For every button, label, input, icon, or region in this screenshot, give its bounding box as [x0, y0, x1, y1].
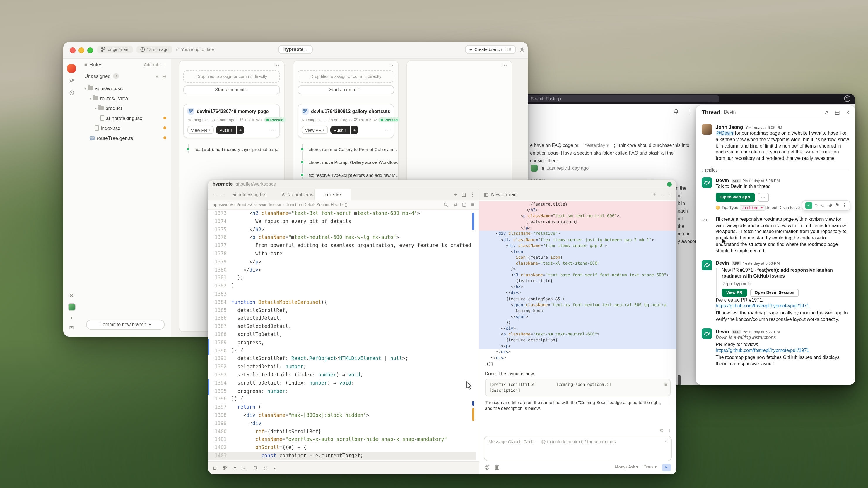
drop-zone[interactable]: Drop files to assign or commit directly	[183, 70, 280, 83]
split-editor-icon[interactable]: ◫	[461, 191, 466, 197]
more-actions-icon[interactable]: ⋮	[842, 203, 847, 208]
terminal-icon[interactable]: >_	[242, 466, 247, 470]
message-timestamp[interactable]: Yesterday at 6:06 PM	[745, 125, 782, 129]
tree-item-apps/web/src[interactable]: ▾apps/web/src	[80, 83, 171, 93]
grid-icon[interactable]: ⊞	[213, 465, 217, 471]
commit-item[interactable]: chore: move Prompt Gallery above Workflo…	[301, 156, 398, 169]
diagnostics-icon[interactable]: ◎	[264, 465, 268, 471]
pr-number[interactable]: PR #1982	[354, 118, 377, 122]
slack-search-input[interactable]: Search Fastrepl	[526, 95, 719, 102]
help-icon[interactable]: ?	[844, 95, 850, 102]
close-thread-icon[interactable]: ×	[846, 109, 849, 115]
breadcrumb-path[interactable]: apps/web/src/routes/_view/index.tsx	[213, 202, 281, 207]
refresh-icon[interactable]: ↻	[660, 428, 663, 433]
panel-menu-icon[interactable]: ∷	[669, 191, 672, 197]
code-line-1395[interactable]: 1395 progress: number;	[208, 387, 475, 395]
outline-icon[interactable]: ▢	[462, 202, 466, 207]
collapse-icon[interactable]: –	[661, 191, 664, 197]
pr-link[interactable]: https://github.com/fastrepl/hyprnote/pul…	[716, 303, 849, 310]
message-author[interactable]: Devin	[716, 328, 729, 334]
new-thread-icon[interactable]: +	[653, 191, 656, 197]
archive-command-chip[interactable]: archive ▾	[740, 205, 765, 211]
slack-scrollbar[interactable]	[678, 375, 681, 385]
assistant-thread-title[interactable]: New Thread	[491, 192, 517, 197]
workspace-branch-selector[interactable]: hyprnote↕	[278, 45, 313, 54]
code-line-1373[interactable]: 1373 <h2 className="text-3xl font-serif …	[208, 209, 475, 218]
statusbar-branch-icon[interactable]	[223, 465, 228, 471]
open-in-channel-icon[interactable]: ↗	[824, 109, 828, 115]
code-line-1397[interactable]: 1397 return (	[208, 403, 475, 412]
view-pr-button[interactable]: View PR ▾	[302, 126, 328, 134]
thread-channel[interactable]: Devin	[724, 109, 736, 115]
tree-item-product[interactable]: ▾product	[80, 103, 171, 113]
lane-menu-icon[interactable]: ⋯	[502, 62, 508, 68]
attach-image-icon[interactable]: ▣	[494, 464, 499, 470]
send-button[interactable]: ▸	[662, 463, 671, 471]
emoji-icon[interactable]: ☺	[820, 203, 825, 208]
push-options-button[interactable]: +	[237, 126, 244, 134]
view-pr-button[interactable]: View PR ▾	[187, 126, 214, 134]
message-timestamp[interactable]: Yesterday at 6:06 PM	[743, 178, 780, 183]
tree-item-ai-notetaking.tsx[interactable]: ai-notetaking.tsx	[80, 113, 171, 123]
chevron-down-icon[interactable]: ▾	[70, 316, 72, 321]
branch-card[interactable]: devin/1764380912-gallery-shortcutsNothin…	[298, 104, 394, 138]
tree-item-routeTree.gen.ts[interactable]: TSrouteTree.gen.ts	[80, 133, 171, 143]
open-web-app-button[interactable]: Open web app	[716, 193, 755, 202]
editor-more-icon[interactable]: ⋮	[470, 191, 475, 197]
drop-zone[interactable]: Drop files to assign or commit directly	[298, 70, 394, 83]
check-icon[interactable]: ✓	[274, 465, 277, 471]
tree-item-routes/_view[interactable]: ▾routes/_view	[80, 93, 171, 103]
nav-forward-icon[interactable]: →	[221, 191, 225, 197]
code-line-1390[interactable]: 1390}: {	[208, 347, 475, 355]
message-author[interactable]: Devin	[716, 260, 729, 265]
code-line-1398[interactable]: 1398 <div className="max-[800px]:block h…	[208, 412, 475, 420]
open-devin-session-button[interactable]: Open Devin Session	[750, 288, 799, 297]
code-line-1376[interactable]: 1376 <p className="■text-neutral-600 max…	[208, 234, 475, 242]
code-line-1388[interactable]: 1388 scrollToDetail,	[208, 331, 475, 339]
commit-item[interactable]: chore: rename Gallery to Prompt Gallery …	[301, 143, 398, 156]
bell-icon[interactable]	[674, 109, 679, 115]
code-line-1394[interactable]: 1394 scrollToDetail: (index: number) ⇒ v…	[208, 379, 475, 387]
copy-icon[interactable]: ▣	[664, 382, 667, 387]
history-icon[interactable]	[69, 90, 74, 96]
pr-number[interactable]: PR #1981	[240, 118, 262, 122]
tab-index-tsx[interactable]: index.tsx	[314, 189, 351, 200]
kebab-menu-icon[interactable]: ⋮	[686, 109, 692, 115]
code-line-1399[interactable]: 1399 <div	[208, 420, 475, 428]
create-branch-button[interactable]: +Create branch⌘B	[465, 45, 516, 54]
commit-to-new-branch-button[interactable]: Commit to new branch+	[86, 320, 164, 330]
tree-view-icon[interactable]: ▤	[162, 73, 166, 79]
ci-status-badge[interactable]: Passed	[265, 117, 286, 122]
editor-settings-icon[interactable]: ≡	[471, 202, 474, 207]
assistant-input-box[interactable]: ⋰	[484, 435, 672, 461]
unassigned-header[interactable]: Unassigned3 ≡▤	[80, 70, 171, 82]
branch-name[interactable]: devin/1764380749-memory-page	[197, 108, 269, 114]
view-pr-button[interactable]: View PR	[721, 288, 747, 297]
resize-handle-icon[interactable]: ⋰	[665, 438, 669, 443]
nav-back-icon[interactable]: ←	[213, 191, 217, 197]
code-editor[interactable]: 1373 <h2 className="text-3xl font-serif …	[208, 209, 475, 461]
message-timestamp[interactable]: Yesterday at 6:06 PM	[743, 261, 780, 265]
message-timestamp[interactable]: Yesterday at 6:27 PM	[743, 330, 780, 334]
diff-icon[interactable]: ⇄	[453, 202, 457, 207]
settings-gear-icon[interactable]: ⚙	[69, 293, 74, 299]
card-menu-icon[interactable]: ⋯	[385, 127, 390, 133]
branch-name[interactable]: devin/1764380912-gallery-shortcuts	[311, 108, 390, 114]
code-line-1378[interactable]: 1378 with care	[208, 250, 475, 258]
code-line-1403[interactable]: 1403 const container = e.currentTarget;	[208, 452, 475, 460]
code-line-1385[interactable]: 1385 detailsScrollRef,	[208, 306, 475, 315]
start-commit-button[interactable]: Start a commit...	[183, 86, 280, 94]
lane-menu-icon[interactable]: ⋯	[388, 62, 394, 68]
code-line-1382[interactable]: 1382}	[208, 282, 475, 290]
statusbar-search-icon[interactable]	[253, 465, 258, 471]
message-actions-toolbar[interactable]: ✓»☺⊕⚑⋮	[802, 200, 850, 211]
feedback-mail-icon[interactable]: ✉	[69, 326, 73, 331]
code-line-1400[interactable]: 1400 ref={detailsScrollRef}	[208, 428, 475, 436]
lane-menu-icon[interactable]: ⋯	[274, 62, 280, 68]
workspace-icon[interactable]	[67, 64, 75, 73]
push-options-button[interactable]: +	[351, 126, 359, 134]
code-line-1401[interactable]: 1401 className="overflow-x-auto scrollba…	[208, 436, 475, 444]
push-button[interactable]: Push ↑	[216, 126, 236, 134]
code-line-1374[interactable]: 1374 We focus on every bit of details	[208, 218, 475, 226]
check-reaction-icon[interactable]: ✓	[805, 202, 812, 209]
